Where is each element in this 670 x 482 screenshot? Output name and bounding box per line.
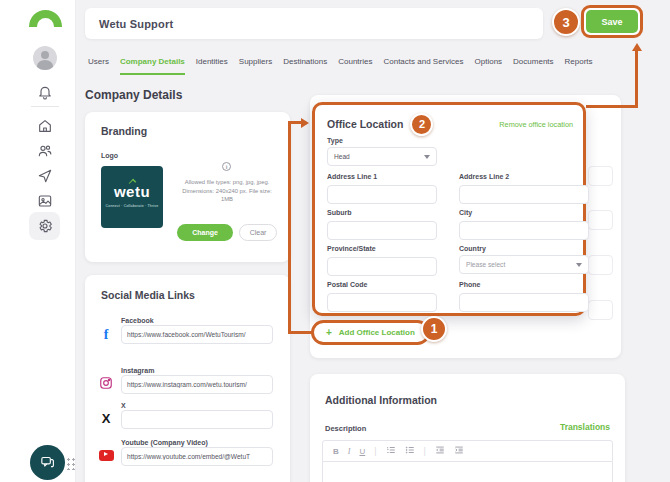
media-image-icon[interactable]: [37, 193, 53, 209]
add-office-location-label: Add Office Location: [339, 328, 415, 337]
postal-code-input[interactable]: [327, 293, 437, 312]
notifications-bell-icon[interactable]: [37, 84, 53, 100]
annotation-line-bottom: [288, 331, 312, 334]
bold-button[interactable]: B: [333, 447, 339, 456]
youtube-input[interactable]: [121, 447, 273, 466]
annotation-badge-3: 3: [552, 8, 580, 36]
logo-green-caret: [128, 178, 135, 182]
annotation-line-top: [288, 121, 302, 124]
suburb-label: Suburb: [327, 209, 437, 216]
city-label: City: [459, 209, 589, 216]
home-icon[interactable]: [37, 118, 53, 134]
chevron-down-icon: [424, 155, 430, 159]
underline-button[interactable]: U: [359, 447, 365, 456]
tab-identities[interactable]: Identities: [196, 57, 228, 75]
description-editor[interactable]: [322, 462, 613, 482]
tab-destinations[interactable]: Destinations: [283, 57, 327, 75]
annotation-badge-1: 1: [421, 316, 447, 342]
background-input-fragment: [588, 300, 613, 320]
province-state-label: Province/State: [327, 245, 437, 252]
logo-label: Logo: [101, 152, 118, 159]
bullet-list-button[interactable]: [405, 445, 415, 457]
save-button-highlight: Save: [581, 5, 643, 38]
social-title: Social Media Links: [101, 289, 195, 301]
address-line-1-label: Address Line 1: [327, 173, 437, 180]
background-input-fragment: [588, 210, 613, 230]
topbar: Wetu Support: [85, 8, 543, 39]
type-label: Type: [327, 137, 437, 144]
address-line-1-input[interactable]: [327, 185, 437, 204]
city-input[interactable]: [459, 221, 589, 240]
office-location-form: Office Location 2 Remove office location…: [312, 102, 586, 316]
sidebar-divider: [31, 106, 59, 107]
facebook-label: Facebook: [121, 317, 154, 324]
tab-contacts-and-services[interactable]: Contacts and Services: [383, 57, 463, 75]
address-line-2-input[interactable]: [459, 185, 589, 204]
page-title: Company Details: [85, 88, 182, 102]
x-input[interactable]: [121, 410, 273, 429]
address-line-2-label: Address Line 2: [459, 173, 589, 180]
indent-button[interactable]: [454, 445, 464, 457]
instagram-input[interactable]: [121, 375, 273, 394]
translations-link[interactable]: Translations: [560, 422, 610, 432]
logo-help-text: Allowed file types: png, jpg, jpeg. Dime…: [177, 178, 277, 204]
country-select[interactable]: Please select: [459, 255, 589, 274]
toolbar-separator: |: [374, 446, 376, 456]
tab-countries[interactable]: Countries: [338, 57, 372, 75]
tab-users[interactable]: Users: [88, 57, 109, 75]
tab-suppliers[interactable]: Suppliers: [239, 57, 272, 75]
instagram-label: Instagram: [121, 367, 154, 374]
avatar-head: [41, 51, 49, 59]
postal-code-label: Postal Code: [327, 281, 437, 288]
background-input-fragment: [588, 166, 613, 186]
facebook-input[interactable]: [121, 325, 273, 344]
sidebar: [0, 0, 76, 482]
drag-handle-dots[interactable]: [66, 457, 77, 470]
share-send-icon[interactable]: [37, 168, 53, 184]
tab-company-details[interactable]: Company Details: [120, 57, 185, 75]
ordered-list-button[interactable]: [386, 445, 396, 457]
x-icon: X: [98, 410, 114, 426]
tab-reports[interactable]: Reports: [565, 57, 593, 75]
remove-office-location-link[interactable]: Remove office location: [499, 120, 573, 129]
user-avatar[interactable]: [33, 46, 57, 70]
province-state-input[interactable]: [327, 257, 437, 276]
instagram-icon: [98, 375, 114, 391]
company-logo: wetu Connect · Collaborate · Thrive: [101, 166, 163, 228]
country-label: Country: [459, 245, 589, 252]
suburb-input[interactable]: [327, 221, 437, 240]
background-input-fragment: [588, 255, 613, 275]
settings-gear-icon[interactable]: [37, 218, 53, 234]
avatar-body: [37, 60, 53, 70]
wetu-arch-logo: [29, 10, 62, 27]
additional-information-title: Additional Information: [325, 394, 437, 406]
phone-input[interactable]: [459, 293, 589, 312]
info-icon[interactable]: i: [222, 162, 231, 171]
additional-information-card: Additional Information Description Trans…: [310, 374, 625, 482]
richtext-toolbar: B I U | |: [322, 440, 613, 462]
annotation-line-to-save: [586, 105, 638, 108]
logo-tagline: Connect · Collaborate · Thrive: [101, 204, 163, 208]
annotation-line-save-vertical: [635, 50, 638, 108]
save-button[interactable]: Save: [586, 10, 638, 33]
toolbar-separator: |: [424, 446, 426, 456]
change-logo-button[interactable]: Change: [177, 224, 233, 241]
description-label: Description: [325, 424, 366, 433]
social-media-card: Social Media Links Facebook f Instagram …: [85, 275, 290, 482]
chat-widget-button[interactable]: [30, 445, 65, 480]
italic-button[interactable]: I: [348, 447, 351, 456]
add-office-location-button[interactable]: + Add Office Location: [311, 320, 430, 345]
contacts-people-icon[interactable]: [37, 143, 53, 159]
annotation-arrowhead-up: [632, 43, 642, 51]
tab-documents[interactable]: Documents: [513, 57, 553, 75]
branding-card: Branding Logo wetu Connect · Collaborate…: [85, 112, 290, 262]
outdent-button[interactable]: [435, 445, 445, 457]
country-placeholder: Please select: [466, 261, 505, 268]
youtube-label: Youtube (Company Video): [121, 439, 208, 446]
branding-title: Branding: [101, 125, 147, 137]
tab-options[interactable]: Options: [475, 57, 503, 75]
chevron-down-icon: [576, 263, 582, 267]
plus-icon: +: [326, 327, 332, 338]
type-select[interactable]: Head: [327, 147, 437, 166]
clear-logo-button[interactable]: Clear: [239, 224, 277, 241]
